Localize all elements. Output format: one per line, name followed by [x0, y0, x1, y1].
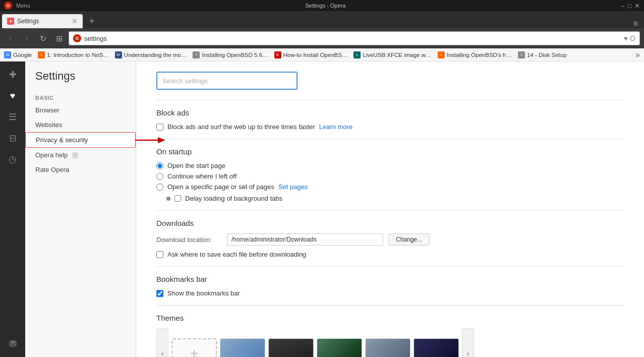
bookmark-favicon-6: I: [438, 51, 445, 58]
sidebar-clock-button[interactable]: ◷: [3, 149, 23, 169]
settings-nav-privacy-security[interactable]: Privacy & security: [25, 132, 136, 148]
settings-content: Block ads Block ads and surf the web up …: [136, 62, 644, 357]
tab-favicon: ♦: [7, 18, 14, 25]
bullet-dot: [166, 197, 170, 201]
tab-close-button[interactable]: ✕: [72, 17, 78, 25]
divider-1: [156, 100, 624, 100]
radio-open-specific-label: Open a specific page or set of pages: [167, 183, 274, 191]
main-layout: ✚ ♥ ☰ ⊟ ◷ ⛃ Settings Basic Browser Websi…: [0, 62, 644, 357]
address-text[interactable]: settings: [84, 35, 621, 42]
address-right-icons: ♥ O: [624, 34, 635, 42]
on-startup-radio-group: Open the start page Continue where I lef…: [156, 162, 624, 191]
block-ads-checkbox[interactable]: [156, 124, 163, 131]
theme-add-button[interactable]: +: [171, 338, 217, 357]
ask-before-download-checkbox[interactable]: [156, 251, 163, 258]
tab-bar: ♦ Settings ✕ + ≡: [0, 11, 644, 28]
bookmark-item-1[interactable]: 1 1: Introduction to NoS…: [38, 51, 109, 58]
theme-thumb-mountain[interactable]: [365, 338, 411, 357]
divider-4: [156, 266, 624, 267]
help-icon: ?: [72, 152, 79, 159]
theme-thumb-night[interactable]: [414, 338, 459, 357]
bookmark-favicon-7: 1: [518, 51, 525, 58]
bookmark-favicon-5: L: [354, 51, 361, 58]
themes-next-button[interactable]: ›: [462, 328, 474, 357]
new-tab-button[interactable]: +: [85, 14, 99, 28]
divider-2: [156, 139, 624, 139]
address-bar: O settings ♥ O: [69, 31, 640, 45]
bookmark-item-3[interactable]: I Installing OpenBSD 5.6…: [193, 51, 268, 58]
settings-nav-websites[interactable]: Websites: [25, 117, 136, 132]
sidebar-list-button[interactable]: ☰: [3, 107, 23, 127]
block-ads-header: Block ads: [156, 108, 624, 117]
opera-badge-icon[interactable]: O: [630, 34, 635, 42]
window-title: Settings - Opera: [30, 3, 621, 9]
bookmark-item-5[interactable]: L LiveUSB XFCE image w…: [354, 51, 431, 58]
block-ads-learn-more[interactable]: Learn more: [319, 123, 353, 131]
bookmark-label-6: Installing OpenBSD's h…: [447, 52, 512, 58]
on-startup-header: On startup: [156, 147, 624, 156]
bookmark-favicon-2: W: [115, 51, 122, 58]
theme-thumb-dark[interactable]: [268, 338, 314, 357]
themes-prev-button[interactable]: ‹: [156, 328, 168, 357]
delay-loading-checkbox[interactable]: [174, 195, 181, 202]
bookmark-item-6[interactable]: I Installing OpenBSD's h…: [438, 51, 512, 58]
theme-thumb-nature[interactable]: [317, 338, 362, 357]
close-button[interactable]: ✕: [634, 2, 640, 10]
settings-tab[interactable]: ♦ Settings ✕: [2, 14, 83, 28]
ask-before-download-label: Ask where to save each file before downl…: [167, 251, 306, 258]
settings-nav-browser[interactable]: Browser: [25, 103, 136, 117]
nav-bar: ‹ › ↻ ⊞ O settings ♥ O: [0, 28, 644, 48]
maximize-button[interactable]: □: [627, 2, 631, 10]
bookmark-item-7[interactable]: 1 14 - Disk Setup: [518, 51, 567, 58]
bookmark-item-4[interactable]: B How-to Install OpenBS…: [274, 51, 348, 58]
heart-address-icon[interactable]: ♥: [624, 34, 628, 42]
sidebar-monitor-button[interactable]: ⊟: [3, 128, 23, 148]
bookmarks-bar-header: Bookmarks bar: [156, 275, 624, 283]
downloads-header: Downloads: [156, 219, 624, 227]
minimize-button[interactable]: –: [621, 2, 624, 10]
settings-nav-rate-opera[interactable]: Rate Opera: [25, 162, 136, 177]
forward-button[interactable]: ›: [20, 32, 33, 45]
set-pages-link[interactable]: Set pages: [278, 183, 308, 191]
bookmark-label-2: Understanding the mo…: [124, 52, 187, 58]
back-button[interactable]: ‹: [4, 32, 17, 45]
radio-continue[interactable]: [156, 173, 163, 180]
title-bar: O Menu Settings - Opera – □ ✕: [0, 0, 644, 11]
show-bookmarks-bar-checkbox[interactable]: [156, 290, 163, 297]
ask-before-download-row: Ask where to save each file before downl…: [156, 251, 624, 258]
show-bookmarks-bar-row: Show the bookmarks bar: [156, 289, 624, 297]
settings-section-basic: Basic: [25, 91, 136, 103]
themes-header: Themes: [156, 314, 624, 322]
search-settings-input[interactable]: [156, 72, 298, 90]
sidebar-plus-button[interactable]: ✚: [3, 65, 23, 85]
settings-nav-opera-help[interactable]: Opera help ?: [25, 148, 136, 162]
bookmark-label-google: Google: [13, 52, 32, 58]
bookmark-item-google[interactable]: G Google: [4, 51, 32, 58]
sidebar-puzzle-button[interactable]: ⛃: [3, 334, 23, 354]
menu-button[interactable]: Menu: [16, 3, 30, 9]
radio-open-specific[interactable]: [156, 184, 163, 191]
bookmark-favicon-1: 1: [38, 51, 45, 58]
sidebar-icons: ✚ ♥ ☰ ⊟ ◷ ⛃: [0, 62, 25, 357]
reload-button[interactable]: ↻: [36, 32, 49, 45]
radio-continue-label: Continue where I left off: [167, 172, 237, 180]
bookmark-label-1: 1: Introduction to NoS…: [47, 52, 109, 58]
sidebar-heart-button[interactable]: ♥: [3, 86, 23, 106]
bookmarks-overflow-button[interactable]: »: [635, 50, 640, 60]
tab-overflow-button[interactable]: ≡: [629, 19, 642, 28]
radio-open-start[interactable]: [156, 162, 163, 169]
themes-carousel: ‹ + ›: [156, 328, 624, 357]
radio-row-open-start: Open the start page: [156, 162, 624, 169]
delay-loading-row: Delay loading of background tabs: [166, 195, 624, 202]
delay-loading-label: Delay loading of background tabs: [185, 195, 282, 202]
bookmarks-bar: G Google 1 1: Introduction to NoS… W Und…: [0, 48, 644, 62]
bookmark-item-2[interactable]: W Understanding the mo…: [115, 51, 187, 58]
download-location-row: Download location: /home/administrator/D…: [156, 233, 624, 246]
change-download-path-button[interactable]: Change...: [388, 233, 430, 246]
show-bookmarks-bar-label: Show the bookmarks bar: [167, 289, 240, 297]
radio-row-continue: Continue where I left off: [156, 172, 624, 180]
settings-page-title: Settings: [25, 70, 136, 91]
tabs-grid-button[interactable]: ⊞: [52, 32, 66, 45]
bookmark-label-5: LiveUSB XFCE image w…: [363, 52, 431, 58]
theme-thumb-blue[interactable]: [220, 338, 265, 357]
